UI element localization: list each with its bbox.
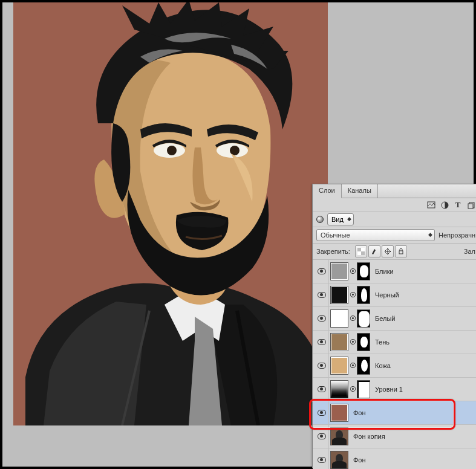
svg-rect-7 <box>468 204 473 209</box>
svg-rect-11 <box>399 251 403 254</box>
layers-panel: Слои Каналы T Вид ◆ Обычные <box>312 184 476 468</box>
lock-label: Закрепить: <box>316 248 350 255</box>
panel-tabs: Слои Каналы <box>313 184 476 198</box>
layer-mask-thumb[interactable] <box>357 333 370 351</box>
lock-position-button[interactable] <box>382 245 394 257</box>
layer-visibility-toggle[interactable] <box>315 448 329 469</box>
layer-visibility-toggle[interactable] <box>315 425 329 448</box>
layer-name[interactable]: Черный <box>375 291 399 299</box>
link-icon[interactable]: ⦿ <box>350 291 356 299</box>
layer-visibility-toggle[interactable] <box>315 378 329 401</box>
layer-name[interactable]: Тень <box>375 338 390 346</box>
view-filter-row: Вид ◆ <box>313 212 476 227</box>
layer-row[interactable]: ⦿Блики <box>313 260 476 283</box>
link-icon[interactable]: ⦿ <box>350 315 356 322</box>
link-icon[interactable]: ⦿ <box>350 362 356 369</box>
eye-icon <box>318 433 326 439</box>
eye-icon <box>318 315 326 322</box>
layer-visibility-toggle[interactable] <box>315 401 329 424</box>
eye-icon <box>318 292 326 298</box>
layer-thumb-group <box>330 427 348 445</box>
filter-pixel-icon[interactable] <box>427 201 435 209</box>
layer-thumb-group: ⦿ <box>330 309 370 328</box>
layer-thumb-group: ⦿ <box>330 262 370 280</box>
layer-row[interactable]: Фон копия <box>313 425 476 448</box>
canvas-area <box>2 2 327 467</box>
layer-thumb[interactable] <box>330 262 348 280</box>
tab-channels[interactable]: Каналы <box>342 184 378 198</box>
layer-row[interactable]: ⦿Тень <box>313 331 476 354</box>
layer-name[interactable]: Фон <box>353 409 366 416</box>
layer-row[interactable]: ⦿Уровни 1 <box>313 378 476 401</box>
layer-row[interactable]: ⦿Белый <box>313 307 476 331</box>
layer-thumb-group: ⦿ <box>330 380 370 398</box>
layer-row[interactable]: Фон <box>313 401 476 425</box>
layer-name[interactable]: Фон <box>353 456 366 464</box>
adjustment-thumb[interactable] <box>330 380 348 398</box>
link-icon[interactable]: ⦿ <box>350 386 356 393</box>
eye-icon <box>318 339 326 345</box>
eye-icon <box>318 268 326 274</box>
layer-thumb[interactable] <box>330 309 348 328</box>
blend-mode-dropdown[interactable]: Обычные ◆ <box>316 229 435 241</box>
chevron-down-icon: ◆ <box>347 216 351 222</box>
svg-rect-10 <box>361 251 365 255</box>
layer-visibility-toggle[interactable] <box>315 260 329 283</box>
lock-all-button[interactable] <box>395 245 407 257</box>
layer-thumb-group <box>330 451 348 469</box>
opacity-label: Непрозрачн <box>439 231 475 239</box>
layer-mask-thumb[interactable] <box>357 380 370 398</box>
layer-thumb[interactable] <box>330 404 348 422</box>
layer-thumb-group: ⦿ <box>330 286 370 304</box>
layer-name[interactable]: Белый <box>375 315 395 322</box>
view-filter-dropdown[interactable]: Вид ◆ <box>327 213 354 225</box>
layer-name[interactable]: Кожа <box>375 362 391 369</box>
lock-transparent-button[interactable] <box>355 245 367 257</box>
link-icon[interactable]: ⦿ <box>350 338 356 346</box>
layer-row[interactable]: Фон <box>313 448 476 469</box>
panel-filter-row: T <box>313 198 476 212</box>
eye-icon <box>318 410 326 416</box>
filter-adjust-icon[interactable] <box>440 201 449 209</box>
layer-name[interactable]: Блики <box>375 268 394 275</box>
filter-shape-icon[interactable] <box>467 201 475 209</box>
layer-name[interactable]: Уровни 1 <box>375 386 403 393</box>
layer-visibility-toggle[interactable] <box>315 331 329 354</box>
layer-row[interactable]: ⦿Черный <box>313 283 476 307</box>
layer-thumb-group: ⦿ <box>330 357 370 375</box>
svg-point-2 <box>167 146 177 155</box>
layer-thumb[interactable] <box>330 427 348 445</box>
blend-mode-value: Обычные <box>321 231 350 239</box>
portrait-illustration <box>13 2 328 425</box>
tab-layers[interactable]: Слои <box>313 184 342 198</box>
layer-thumb-group <box>330 404 348 422</box>
layer-thumb[interactable] <box>330 286 348 304</box>
blend-mode-row: Обычные ◆ Непрозрачн <box>313 227 476 244</box>
layer-mask-thumb[interactable] <box>357 357 370 375</box>
layer-list[interactable]: ⦿Блики⦿Черный⦿Белый⦿Тень⦿Кожа⦿Уровни 1Фо… <box>313 260 476 469</box>
artwork-canvas[interactable] <box>13 2 328 425</box>
layer-thumb[interactable] <box>330 357 348 375</box>
layer-visibility-toggle[interactable] <box>315 354 329 377</box>
lock-row: Закрепить: Зал <box>313 244 476 260</box>
app-frame: Слои Каналы T Вид ◆ Обычные <box>2 2 474 467</box>
layer-thumb[interactable] <box>330 333 348 351</box>
link-icon[interactable]: ⦿ <box>350 268 356 275</box>
layer-mask-thumb[interactable] <box>357 309 370 328</box>
eye-icon <box>318 363 326 369</box>
layer-thumb[interactable] <box>330 451 348 469</box>
layer-mask-thumb[interactable] <box>357 262 370 280</box>
layer-mask-thumb[interactable] <box>357 286 370 304</box>
layer-visibility-toggle[interactable] <box>315 283 329 306</box>
filter-type-icon[interactable]: T <box>454 201 462 209</box>
layer-thumb-group: ⦿ <box>330 333 370 351</box>
layer-row[interactable]: ⦿Кожа <box>313 354 476 378</box>
eye-icon <box>318 457 326 463</box>
view-filter-icon <box>316 216 324 223</box>
layer-visibility-toggle[interactable] <box>315 307 329 330</box>
view-filter-label: Вид <box>331 216 344 223</box>
lock-pixels-button[interactable] <box>368 245 380 257</box>
layer-name[interactable]: Фон копия <box>353 433 385 440</box>
chevron-down-icon: ◆ <box>428 231 432 238</box>
eye-icon <box>318 386 326 392</box>
